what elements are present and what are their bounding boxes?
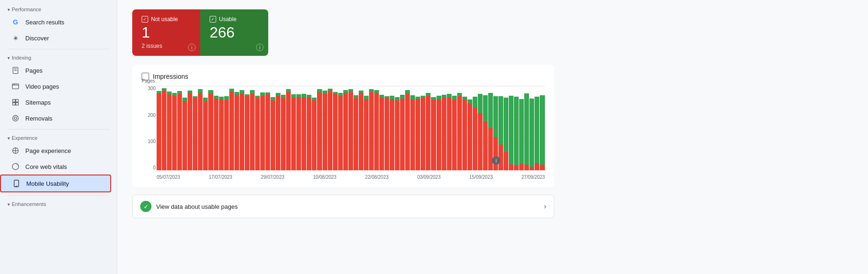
bar-green xyxy=(317,89,322,93)
bar-red xyxy=(483,122,488,170)
chart-bar-group xyxy=(291,86,296,170)
bar-red xyxy=(177,94,182,170)
video-pages-icon xyxy=(11,82,20,91)
chart-bar-group xyxy=(307,86,311,170)
bar-red xyxy=(338,96,343,170)
bar-red xyxy=(462,99,467,170)
bar-red xyxy=(167,94,172,170)
sidebar-item-pages[interactable]: Pages xyxy=(0,62,111,78)
bar-red xyxy=(291,98,296,170)
enhancements-section-header[interactable]: ▾ Enhancements xyxy=(0,198,117,209)
usable-header: ✓ Usable xyxy=(210,16,259,23)
not-usable-issues: 2 issues xyxy=(142,43,191,49)
chart-bar-group xyxy=(162,86,166,170)
chart-bar-group xyxy=(250,86,255,170)
bar-red xyxy=(276,96,280,170)
view-data-text: View data about usable pages xyxy=(156,203,238,210)
sidebar-item-label: Video pages xyxy=(25,83,59,90)
bar-red xyxy=(281,98,286,171)
chart-bar-group xyxy=(354,86,358,170)
chart-bar-group xyxy=(364,86,369,170)
sidebar-item-removals[interactable]: Removals xyxy=(0,110,111,126)
bar-red xyxy=(348,92,353,170)
bar-red xyxy=(410,99,415,170)
chart-bar-group xyxy=(457,86,462,170)
sidebar-item-mobile-usability[interactable]: Mobile Usability xyxy=(0,175,111,192)
bar-red xyxy=(385,98,389,170)
performance-section-header[interactable]: ▾ Performance xyxy=(0,4,117,14)
chart-bar-group xyxy=(323,86,327,170)
pages-icon xyxy=(11,66,20,75)
usable-card[interactable]: ✓ Usable 266 i xyxy=(200,9,268,56)
bar-red xyxy=(172,96,177,170)
chart-bar-group xyxy=(540,86,544,170)
bar-red xyxy=(203,101,208,170)
bar-red xyxy=(229,91,234,171)
experience-chevron: ▾ xyxy=(8,136,10,141)
chart-bar-group xyxy=(198,86,203,170)
sidebar-item-page-experience[interactable]: Page experience xyxy=(0,143,111,159)
chevron-right-icon: › xyxy=(544,202,546,211)
sidebar-item-discover[interactable]: ✳ Discover xyxy=(0,30,111,46)
bar-red xyxy=(514,165,519,170)
not-usable-card[interactable]: ✓ Not usable 1 2 issues i xyxy=(132,9,200,56)
bar-red xyxy=(234,95,239,170)
sitemaps-icon xyxy=(11,98,20,107)
chart-header: Impressions xyxy=(142,73,545,80)
bar-green xyxy=(509,96,513,165)
bar-green xyxy=(224,96,229,100)
sidebar-item-label: Sitemaps xyxy=(25,99,51,106)
sidebar-item-video-pages[interactable]: Video pages xyxy=(0,78,111,94)
sidebar-item-core-web-vitals[interactable]: Core web vitals xyxy=(0,159,111,175)
chart-bar-group xyxy=(219,86,224,170)
bar-red xyxy=(265,94,270,170)
chart-bar-group xyxy=(504,86,508,170)
bar-red xyxy=(193,98,197,170)
bar-red xyxy=(529,167,534,170)
chart-bar-group xyxy=(265,86,270,170)
chart-bar-group xyxy=(390,86,394,170)
chart-bar-group xyxy=(281,86,286,170)
not-usable-label: Not usable xyxy=(151,16,178,23)
chart-bars xyxy=(157,86,545,170)
svg-rect-7 xyxy=(16,99,18,102)
bar-red xyxy=(431,99,436,170)
bar-red xyxy=(504,152,508,170)
bar-green xyxy=(198,89,203,93)
tooltip-icon: i xyxy=(492,156,500,165)
svg-rect-9 xyxy=(16,103,18,105)
chart-y-label: Pages xyxy=(142,78,155,84)
bar-green xyxy=(478,94,483,113)
search-results-icon: G xyxy=(11,18,20,26)
x-axis-label: 15/09/2023 xyxy=(469,175,493,180)
indexing-chevron: ▾ xyxy=(8,55,10,61)
bar-red xyxy=(157,93,161,170)
not-usable-info-icon[interactable]: i xyxy=(188,44,196,51)
indexing-section-header[interactable]: ▾ Indexing xyxy=(0,52,117,62)
chart-bar-group xyxy=(374,86,379,170)
chart-bar-group xyxy=(379,86,384,170)
bar-red xyxy=(379,98,384,170)
sidebar-item-label: Mobile Usability xyxy=(26,180,69,187)
bar-red xyxy=(198,93,203,170)
bar-red xyxy=(333,94,338,170)
sidebar-item-search-results[interactable]: G Search results xyxy=(0,14,111,30)
sidebar-item-label: Search results xyxy=(25,19,64,26)
experience-section-header[interactable]: ▾ Experience xyxy=(0,132,117,143)
chart-bar-group xyxy=(348,86,353,170)
usable-info-icon[interactable]: i xyxy=(256,44,264,51)
chart-bar-group xyxy=(483,86,488,170)
sidebar-item-sitemaps[interactable]: Sitemaps xyxy=(0,94,111,110)
performance-chevron: ▾ xyxy=(8,7,10,12)
bar-green xyxy=(447,94,452,98)
experience-label: Experience xyxy=(12,135,38,141)
bar-red xyxy=(245,96,249,170)
chart-bar-group xyxy=(535,86,539,170)
chart-bar-group xyxy=(157,86,161,170)
bar-red xyxy=(328,91,332,170)
view-data-button[interactable]: ✓ View data about usable pages › xyxy=(132,195,554,218)
y-label-100: 100 xyxy=(142,139,156,144)
bar-red xyxy=(224,100,229,170)
bar-red xyxy=(395,100,400,170)
chart-bar-group xyxy=(529,86,534,170)
